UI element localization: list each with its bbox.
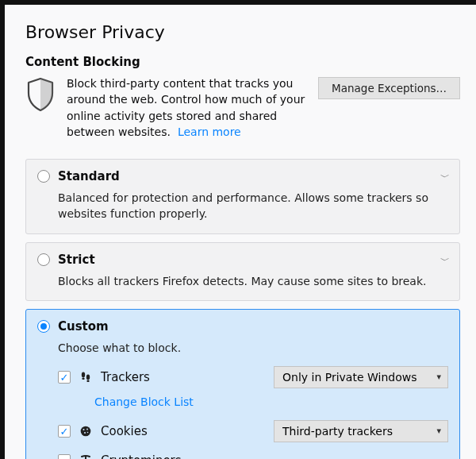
option-standard-desc: Balanced for protection and performance.…: [58, 190, 448, 222]
svg-point-7: [84, 432, 86, 434]
svg-point-8: [87, 432, 89, 434]
cookies-label: Cookies: [101, 424, 148, 438]
svg-point-0: [82, 372, 85, 378]
page-title: Browser Privacy: [25, 22, 460, 42]
option-strict-desc: Blocks all trackers Firefox detects. May…: [58, 273, 448, 289]
svg-point-2: [86, 375, 90, 380]
cookie-icon: [79, 425, 93, 438]
footsteps-icon: [79, 371, 93, 384]
trackers-select[interactable]: Only in Private Windows: [274, 366, 448, 388]
shield-icon: [25, 77, 56, 114]
svg-rect-3: [86, 380, 89, 382]
option-strict[interactable]: Strict ﹀ Blocks all trackers Firefox det…: [25, 242, 460, 301]
option-custom[interactable]: Custom Choose what to block. Trackers On…: [25, 309, 460, 459]
checkbox-cryptominers[interactable]: [58, 454, 71, 459]
cookies-select[interactable]: Third-party trackers: [274, 420, 448, 442]
radio-standard[interactable]: [37, 170, 50, 183]
checkbox-cookies[interactable]: [58, 425, 71, 438]
option-strict-title: Strict: [58, 253, 95, 267]
option-standard[interactable]: Standard ﹀ Balanced for protection and p…: [25, 159, 460, 234]
option-standard-title: Standard: [58, 169, 120, 183]
svg-point-4: [81, 426, 91, 437]
learn-more-link[interactable]: Learn more: [178, 125, 241, 138]
change-block-list-link[interactable]: Change Block List: [94, 395, 448, 408]
chevron-down-icon[interactable]: ﹀: [440, 254, 450, 268]
radio-strict[interactable]: [37, 253, 50, 266]
radio-custom[interactable]: [37, 320, 50, 333]
svg-rect-1: [82, 378, 84, 380]
cryptominers-label: Cryptominers: [101, 453, 182, 459]
option-custom-title: Custom: [58, 319, 109, 334]
trackers-label: Trackers: [101, 370, 150, 384]
manage-exceptions-button[interactable]: Manage Exceptions…: [318, 77, 460, 99]
option-custom-desc: Choose what to block.: [58, 340, 448, 356]
svg-point-6: [86, 429, 88, 430]
chevron-down-icon[interactable]: ﹀: [440, 171, 450, 184]
pickaxe-icon: [79, 454, 93, 459]
checkbox-trackers[interactable]: [58, 371, 71, 384]
section-title: Content Blocking: [25, 55, 460, 69]
svg-point-5: [83, 429, 85, 430]
